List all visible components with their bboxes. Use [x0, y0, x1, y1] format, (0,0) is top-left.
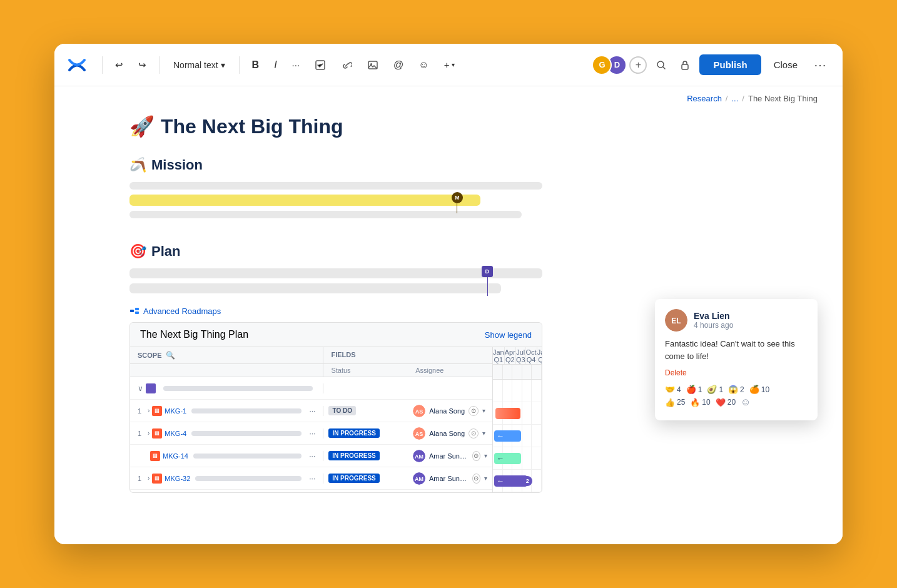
breadcrumb-ellipsis[interactable]: ... [731, 94, 738, 103]
reaction-chip[interactable]: 🥑1 [707, 385, 723, 394]
reaction-chip[interactable]: ❤️20 [716, 398, 736, 407]
gantt-bg [532, 425, 542, 447]
assign-cell-mkg1: AS Alana Song ⊙ ▾ [408, 405, 492, 417]
issue-key[interactable]: MKG-14 [163, 452, 188, 460]
issue-key[interactable]: MKG-32 [165, 475, 190, 482]
emoji-button[interactable]: ☺ [413, 56, 433, 74]
status-badge: IN PROGRESS [328, 428, 379, 438]
text-style-dropdown[interactable]: Normal text ▾ [167, 56, 231, 74]
reaction-chip[interactable]: 😱2 [728, 385, 744, 394]
assign-action[interactable]: ⊙ [469, 428, 479, 438]
gantt-bar-mkg32: ← 2 [494, 475, 527, 487]
bold-button[interactable]: B [247, 56, 265, 74]
advanced-roadmaps-label: Advanced Roadmaps [129, 306, 542, 316]
scope-cell-mkg32: 1 › ▤ MKG-32 ··· [130, 474, 323, 484]
reaction-chip[interactable]: 🍎1 [686, 385, 702, 394]
issue-key[interactable]: MKG-4 [165, 430, 186, 437]
row-num: 1 [138, 430, 145, 437]
delete-comment-button[interactable]: Delete [665, 368, 808, 377]
publish-button[interactable]: Publish [699, 54, 761, 75]
plan-title: 🎯 Plan [129, 243, 542, 260]
more-icon[interactable]: ··· [307, 407, 318, 415]
checkbox-button[interactable] [310, 56, 331, 74]
gantt-bg [532, 402, 542, 424]
breadcrumb-research[interactable]: Research [687, 94, 722, 103]
breadcrumb-sep-2: / [742, 94, 744, 103]
gantt-arrow-icon: ← [497, 454, 504, 463]
comment-author-avatar: EL [665, 309, 687, 332]
chevron-icon[interactable]: ▾ [484, 452, 487, 459]
issue-bar [191, 431, 302, 436]
search-button[interactable] [652, 56, 671, 74]
gantt-bg [532, 447, 542, 469]
expand-icon[interactable]: › [148, 430, 150, 437]
comment-header: EL Eva Lien 4 hours ago [665, 309, 808, 332]
expand-icon[interactable]: › [148, 407, 150, 414]
more-format-button[interactable]: ··· [287, 56, 305, 74]
assign-action[interactable]: ⊙ [469, 406, 479, 416]
gantt-col-q4: Oct Q4 [526, 347, 537, 364]
search-icon[interactable]: 🔍 [166, 351, 175, 360]
undo-button[interactable]: ↩ [110, 56, 128, 74]
chevron-icon[interactable]: ▾ [482, 407, 485, 414]
fields-header: FIELDS [323, 347, 492, 363]
collapse-icon[interactable]: ∨ [138, 384, 143, 393]
add-collaborator-button[interactable]: + [629, 56, 647, 74]
svg-text:AS: AS [415, 431, 423, 437]
mention-button[interactable]: @ [388, 56, 408, 74]
more-actions-button[interactable]: ⋯ [810, 54, 830, 76]
gantt-sub-2 [503, 365, 513, 379]
breadcrumb-sep-1: / [726, 94, 728, 103]
redo-button[interactable]: ↪ [133, 56, 151, 74]
issue-key[interactable]: MKG-1 [165, 407, 186, 415]
svg-rect-5 [130, 310, 134, 312]
assignee-avatar: AM [413, 472, 425, 485]
svg-text:AM: AM [415, 454, 423, 460]
assignee-avatar: AM [413, 450, 425, 462]
gantt-col-q2: Apr Q2 [505, 347, 516, 364]
show-legend-button[interactable]: Show legend [485, 330, 532, 340]
toolbar: ↩ ↪ Normal text ▾ B I ··· @ ☺ +▾ [54, 44, 843, 86]
status-cell-mkg14: IN PROGRESS [323, 451, 408, 460]
gantt-row-mkg1 [493, 402, 542, 425]
scope-cell-mkg4: 1 › ▤ MKG-4 ··· [130, 428, 323, 438]
svg-rect-7 [135, 312, 139, 314]
plan-section: 🎯 Plan D [129, 243, 542, 293]
chevron-icon[interactable]: ▾ [484, 475, 487, 482]
comment-author-name: Eva Lien [694, 311, 733, 321]
link-button[interactable] [336, 56, 357, 74]
assign-action[interactable]: ⊙ [472, 474, 480, 484]
reaction-chip[interactable]: 👍25 [665, 398, 685, 407]
roadmap-left-panel: SCOPE 🔍 FIELDS Status [130, 347, 493, 492]
insert-plus-button[interactable]: +▾ [439, 56, 460, 74]
close-button[interactable]: Close [766, 54, 805, 75]
gantt-row-mkg4: ← [493, 425, 542, 447]
more-icon[interactable]: ··· [307, 452, 318, 460]
plan-bar-2 [129, 283, 501, 293]
confluence-logo[interactable] [67, 54, 89, 76]
jira-issue-icon: ▤ [150, 451, 160, 461]
plan-chart: D [129, 268, 542, 293]
scope-parent-cell: ∨ [130, 383, 323, 393]
more-icon[interactable]: ··· [307, 474, 318, 483]
more-icon[interactable]: ··· [307, 429, 318, 438]
image-button[interactable] [362, 56, 383, 74]
reaction-chip[interactable]: 🤝4 [665, 385, 681, 394]
expand-icon[interactable]: › [148, 475, 150, 482]
breadcrumb-current: The Next Big Thing [748, 94, 818, 103]
italic-button[interactable]: I [269, 56, 281, 74]
reaction-chip[interactable]: 🔥10 [690, 398, 710, 407]
content-area: Research / ... / The Next Big Thing 🚀 Th… [54, 86, 843, 544]
gantt-row-mkg14: ← [493, 447, 542, 470]
assignee-sub: Assignee [408, 364, 492, 377]
lock-button[interactable] [676, 56, 694, 74]
roadmap-col-headers: SCOPE 🔍 FIELDS [130, 347, 492, 364]
chevron-icon[interactable]: ▾ [482, 430, 485, 437]
reaction-chip[interactable]: 🍊10 [749, 385, 769, 394]
assign-action[interactable]: ⊙ [472, 451, 480, 461]
emoji-reactions-row2: 👍25 🔥10 ❤️20 ☺ [665, 397, 808, 408]
assignee-avatar: AS [413, 405, 425, 417]
plan-emoji: 🎯 [129, 243, 146, 260]
svg-text:AS: AS [415, 408, 423, 415]
add-reaction-button[interactable]: ☺ [741, 397, 751, 408]
